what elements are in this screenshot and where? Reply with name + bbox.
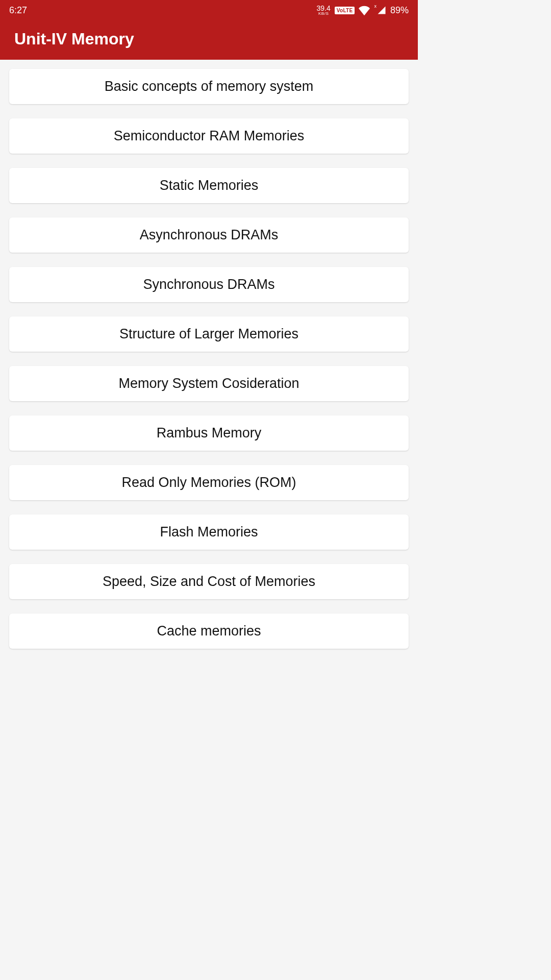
app-bar: Unit-IV Memory [0,20,418,60]
status-right: 39.4 KB/S VoLTE x 89% [317,5,409,16]
list-item[interactable]: Semiconductor RAM Memories [9,118,409,154]
list-item[interactable]: Static Memories [9,168,409,203]
list-item[interactable]: Flash Memories [9,514,409,550]
list-item[interactable]: Synchronous DRAMs [9,267,409,302]
network-speed-label: KB/S [318,12,329,16]
wifi-icon [359,5,370,16]
page-title: Unit-IV Memory [14,30,404,48]
network-speed-value: 39.4 [317,5,331,12]
list-item[interactable]: Cache memories [9,614,409,649]
list-item[interactable]: Rambus Memory [9,415,409,451]
topic-list: Basic concepts of memory system Semicond… [0,60,418,649]
cellular-signal: x [374,6,386,15]
list-item[interactable]: Asynchronous DRAMs [9,217,409,253]
network-speed: 39.4 KB/S [317,5,331,16]
list-item[interactable]: Read Only Memories (ROM) [9,465,409,500]
list-item[interactable]: Structure of Larger Memories [9,316,409,352]
signal-icon [377,6,386,15]
volte-badge: VoLTE [335,7,355,14]
list-item[interactable]: Basic concepts of memory system [9,69,409,104]
status-bar: 6:27 39.4 KB/S VoLTE x 89% [0,0,418,20]
status-time: 6:27 [9,5,27,16]
list-item[interactable]: Memory System Cosideration [9,366,409,401]
list-item[interactable]: Speed, Size and Cost of Memories [9,564,409,599]
signal-x-label: x [374,4,377,9]
battery-percentage: 89% [390,5,409,16]
